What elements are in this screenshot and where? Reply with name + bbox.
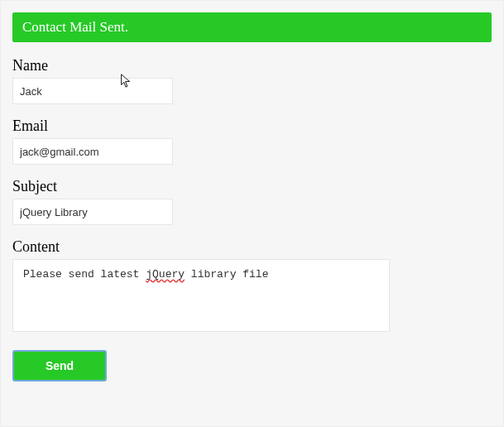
name-label: Name [12,57,492,74]
contact-form-container: Contact Mail Sent. Name Email Subject Co… [0,0,504,427]
email-input[interactable] [12,138,173,165]
success-banner: Contact Mail Sent. [12,12,492,42]
subject-input[interactable] [12,199,173,225]
content-textarea[interactable]: Please send latest jQuery library file [12,259,390,332]
email-field-group: Email [12,118,492,165]
content-text-spellerror: jQuery [146,268,185,281]
content-label: Content [12,238,492,256]
success-banner-text: Contact Mail Sent. [22,19,128,35]
name-field-group: Name [12,57,492,104]
subject-label: Subject [12,178,492,195]
subject-field-group: Subject [12,178,492,225]
send-button[interactable]: Send [12,350,107,381]
content-text-pre: Please send latest [23,268,146,281]
email-label: Email [12,118,492,135]
content-text-post: library file [185,268,268,281]
content-field-group: Content Please send latest jQuery librar… [12,238,492,332]
name-input[interactable] [12,78,173,104]
